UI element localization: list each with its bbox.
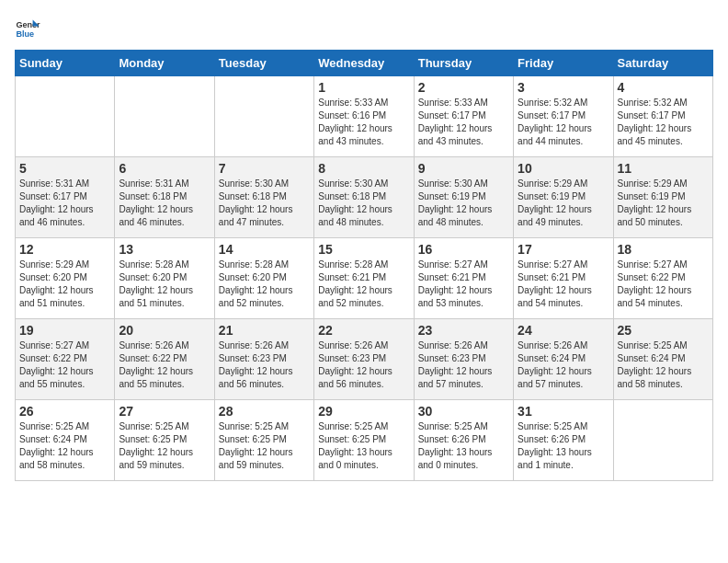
day-detail: Sunrise: 5:27 AMSunset: 6:21 PMDaylight:…: [518, 259, 609, 310]
day-number: 13: [119, 242, 210, 257]
day-detail: Sunrise: 5:26 AMSunset: 6:22 PMDaylight:…: [119, 339, 210, 391]
day-cell: 7Sunrise: 5:30 AMSunset: 6:18 PMDaylight…: [214, 157, 313, 238]
day-detail: Sunrise: 5:28 AMSunset: 6:20 PMDaylight:…: [219, 259, 310, 310]
day-cell: 15Sunrise: 5:28 AMSunset: 6:21 PMDayligh…: [314, 238, 414, 319]
day-cell: 16Sunrise: 5:27 AMSunset: 6:21 PMDayligh…: [414, 238, 513, 319]
day-cell: 25Sunrise: 5:25 AMSunset: 6:24 PMDayligh…: [613, 319, 712, 400]
day-number: 30: [418, 404, 509, 419]
day-number: 7: [219, 161, 310, 176]
day-cell: 31Sunrise: 5:25 AMSunset: 6:26 PMDayligh…: [514, 400, 613, 481]
day-cell: 22Sunrise: 5:26 AMSunset: 6:23 PMDayligh…: [314, 319, 414, 400]
day-number: 15: [318, 242, 409, 257]
day-cell: 17Sunrise: 5:27 AMSunset: 6:21 PMDayligh…: [514, 238, 613, 319]
day-cell: 8Sunrise: 5:30 AMSunset: 6:18 PMDaylight…: [314, 157, 414, 238]
day-number: 17: [518, 242, 609, 257]
day-detail: Sunrise: 5:30 AMSunset: 6:18 PMDaylight:…: [219, 178, 310, 229]
day-header-thursday: Thursday: [414, 51, 513, 76]
day-detail: Sunrise: 5:28 AMSunset: 6:20 PMDaylight:…: [119, 259, 210, 310]
day-number: 1: [318, 80, 409, 95]
day-number: 14: [219, 242, 310, 257]
day-cell: 6Sunrise: 5:31 AMSunset: 6:18 PMDaylight…: [115, 157, 214, 238]
week-row-3: 12Sunrise: 5:29 AMSunset: 6:20 PMDayligh…: [16, 238, 713, 319]
day-detail: Sunrise: 5:32 AMSunset: 6:17 PMDaylight:…: [518, 97, 609, 148]
day-cell: 21Sunrise: 5:26 AMSunset: 6:23 PMDayligh…: [214, 319, 313, 400]
day-detail: Sunrise: 5:29 AMSunset: 6:19 PMDaylight:…: [618, 178, 709, 229]
day-number: 6: [119, 161, 210, 176]
day-number: 8: [318, 161, 409, 176]
day-cell: 9Sunrise: 5:30 AMSunset: 6:19 PMDaylight…: [414, 157, 513, 238]
svg-text:Blue: Blue: [16, 29, 34, 39]
day-header-monday: Monday: [115, 51, 214, 76]
day-header-friday: Friday: [514, 51, 613, 76]
day-number: 21: [219, 323, 310, 338]
day-header-tuesday: Tuesday: [214, 51, 313, 76]
day-detail: Sunrise: 5:25 AMSunset: 6:24 PMDaylight:…: [19, 420, 110, 472]
day-detail: Sunrise: 5:25 AMSunset: 6:25 PMDaylight:…: [318, 420, 409, 472]
day-number: 18: [618, 242, 709, 257]
day-detail: Sunrise: 5:26 AMSunset: 6:23 PMDaylight:…: [219, 339, 310, 391]
calendar-body: 1Sunrise: 5:33 AMSunset: 6:16 PMDaylight…: [16, 76, 713, 481]
day-number: 28: [219, 404, 310, 419]
day-number: 25: [618, 323, 709, 338]
day-number: 10: [518, 161, 609, 176]
day-cell: 29Sunrise: 5:25 AMSunset: 6:25 PMDayligh…: [314, 400, 414, 481]
day-detail: Sunrise: 5:26 AMSunset: 6:23 PMDaylight:…: [318, 339, 409, 391]
day-cell: 28Sunrise: 5:25 AMSunset: 6:25 PMDayligh…: [214, 400, 313, 481]
day-header-wednesday: Wednesday: [314, 51, 414, 76]
day-detail: Sunrise: 5:25 AMSunset: 6:24 PMDaylight:…: [618, 339, 709, 391]
day-cell: [115, 76, 214, 157]
day-cell: 27Sunrise: 5:25 AMSunset: 6:25 PMDayligh…: [115, 400, 214, 481]
day-detail: Sunrise: 5:25 AMSunset: 6:25 PMDaylight:…: [219, 420, 310, 472]
day-cell: 19Sunrise: 5:27 AMSunset: 6:22 PMDayligh…: [16, 319, 115, 400]
day-detail: Sunrise: 5:27 AMSunset: 6:22 PMDaylight:…: [618, 259, 709, 310]
day-cell: 24Sunrise: 5:26 AMSunset: 6:24 PMDayligh…: [514, 319, 613, 400]
page-header: General Blue: [15, 15, 713, 40]
day-detail: Sunrise: 5:25 AMSunset: 6:26 PMDaylight:…: [418, 420, 509, 472]
day-number: 11: [618, 161, 709, 176]
day-number: 16: [418, 242, 509, 257]
calendar-header-row: SundayMondayTuesdayWednesdayThursdayFrid…: [16, 51, 713, 76]
day-number: 27: [119, 404, 210, 419]
day-number: 2: [418, 80, 509, 95]
day-cell: 18Sunrise: 5:27 AMSunset: 6:22 PMDayligh…: [613, 238, 712, 319]
day-detail: Sunrise: 5:28 AMSunset: 6:21 PMDaylight:…: [318, 259, 409, 310]
day-detail: Sunrise: 5:31 AMSunset: 6:18 PMDaylight:…: [119, 178, 210, 229]
day-cell: [16, 76, 115, 157]
day-cell: [214, 76, 313, 157]
day-cell: 5Sunrise: 5:31 AMSunset: 6:17 PMDaylight…: [16, 157, 115, 238]
day-detail: Sunrise: 5:33 AMSunset: 6:17 PMDaylight:…: [418, 97, 509, 148]
day-cell: 23Sunrise: 5:26 AMSunset: 6:23 PMDayligh…: [414, 319, 513, 400]
day-cell: 20Sunrise: 5:26 AMSunset: 6:22 PMDayligh…: [115, 319, 214, 400]
day-detail: Sunrise: 5:29 AMSunset: 6:20 PMDaylight:…: [19, 259, 110, 310]
day-detail: Sunrise: 5:32 AMSunset: 6:17 PMDaylight:…: [618, 97, 709, 148]
day-detail: Sunrise: 5:31 AMSunset: 6:17 PMDaylight:…: [19, 178, 110, 229]
logo: General Blue: [15, 15, 44, 40]
day-number: 9: [418, 161, 509, 176]
day-number: 3: [518, 80, 609, 95]
week-row-2: 5Sunrise: 5:31 AMSunset: 6:17 PMDaylight…: [16, 157, 713, 238]
day-number: 12: [19, 242, 110, 257]
day-cell: 4Sunrise: 5:32 AMSunset: 6:17 PMDaylight…: [613, 76, 712, 157]
day-detail: Sunrise: 5:30 AMSunset: 6:18 PMDaylight:…: [318, 178, 409, 229]
day-detail: Sunrise: 5:33 AMSunset: 6:16 PMDaylight:…: [318, 97, 409, 148]
day-cell: 13Sunrise: 5:28 AMSunset: 6:20 PMDayligh…: [115, 238, 214, 319]
day-number: 23: [418, 323, 509, 338]
day-number: 5: [19, 161, 110, 176]
day-detail: Sunrise: 5:29 AMSunset: 6:19 PMDaylight:…: [518, 178, 609, 229]
day-number: 26: [19, 404, 110, 419]
week-row-5: 26Sunrise: 5:25 AMSunset: 6:24 PMDayligh…: [16, 400, 713, 481]
day-detail: Sunrise: 5:25 AMSunset: 6:26 PMDaylight:…: [518, 420, 609, 472]
day-detail: Sunrise: 5:27 AMSunset: 6:21 PMDaylight:…: [418, 259, 509, 310]
day-detail: Sunrise: 5:26 AMSunset: 6:23 PMDaylight:…: [418, 339, 509, 391]
day-cell: 14Sunrise: 5:28 AMSunset: 6:20 PMDayligh…: [214, 238, 313, 319]
week-row-1: 1Sunrise: 5:33 AMSunset: 6:16 PMDaylight…: [16, 76, 713, 157]
day-number: 20: [119, 323, 210, 338]
day-detail: Sunrise: 5:26 AMSunset: 6:24 PMDaylight:…: [518, 339, 609, 391]
day-number: 4: [618, 80, 709, 95]
day-number: 29: [318, 404, 409, 419]
day-cell: 12Sunrise: 5:29 AMSunset: 6:20 PMDayligh…: [16, 238, 115, 319]
logo-icon: General Blue: [15, 15, 40, 40]
day-detail: Sunrise: 5:30 AMSunset: 6:19 PMDaylight:…: [418, 178, 509, 229]
day-cell: 10Sunrise: 5:29 AMSunset: 6:19 PMDayligh…: [514, 157, 613, 238]
day-cell: [613, 400, 712, 481]
